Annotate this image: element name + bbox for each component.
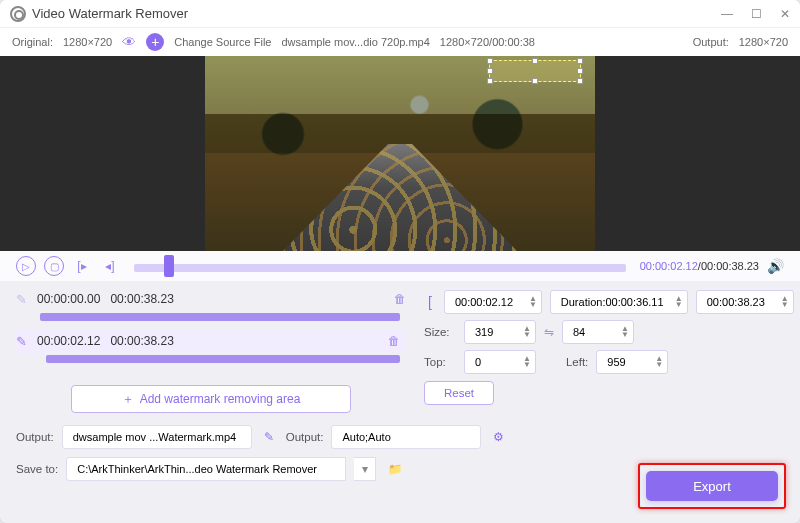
range-end-field[interactable]: ▲▼ [696,290,794,314]
save-path-dropdown[interactable]: ▾ [354,457,376,481]
player-controls: ▷ ▢ [▸ ◂] 00:00:02.12/00:00:38.23 🔊 [0,251,800,281]
output-format-label: Output: [286,431,324,443]
delete-segment-icon[interactable]: 🗑 [388,334,400,348]
range-start-bracket-icon[interactable]: [ [424,294,436,310]
add-watermark-area-button[interactable]: ＋ Add watermark removing area [71,385,351,413]
reset-button[interactable]: Reset [424,381,494,405]
source-filename: dwsample mov...dio 720p.mp4 [281,36,429,48]
width-field[interactable]: ▲▼ [464,320,536,344]
output-filename-field[interactable] [62,425,252,449]
parameters-panel: [ ▲▼ ▲▼ ▲▼ ] Size: ▲▼ ⇋ ▲▼ Top: ▲▼ Left:… [424,287,784,419]
title-bar: Video Watermark Remover — ☐ ✕ [0,0,800,28]
add-area-label: Add watermark removing area [140,392,301,406]
height-field[interactable]: ▲▼ [562,320,634,344]
top-field[interactable]: ▲▼ [464,350,536,374]
time-current: 00:00:02.12 [640,260,698,272]
segment-end: 00:00:38.23 [110,334,173,348]
range-start-field[interactable]: ▲▼ [444,290,542,314]
export-button[interactable]: Export [646,471,778,501]
segment-end: 00:00:38.23 [110,292,173,306]
set-start-button[interactable]: [▸ [72,256,92,276]
segments-list: ✎ 00:00:00.00 00:00:38.23 🗑 ✎ 00:00:02.1… [16,287,406,419]
segment-start: 00:00:00.00 [37,292,100,306]
output-filename-label: Output: [16,431,54,443]
aspect-lock-icon[interactable]: ⇋ [544,325,554,339]
video-preview[interactable] [0,56,800,251]
edit-filename-icon[interactable]: ✎ [260,430,278,444]
app-title: Video Watermark Remover [32,6,721,21]
time-total: 00:00:38.23 [701,260,759,272]
delete-segment-icon[interactable]: 🗑 [394,292,406,306]
video-frame[interactable] [205,56,595,251]
left-field[interactable]: ▲▼ [596,350,668,374]
original-label: Original: [12,36,53,48]
size-label: Size: [424,326,456,338]
preview-toggle-icon[interactable]: 👁 [122,34,136,50]
save-path-field[interactable] [66,457,346,481]
timeline-slider[interactable] [134,258,626,274]
output-settings-icon[interactable]: ⚙ [489,430,508,444]
output-resolution: 1280×720 [739,36,788,48]
export-highlight: Export [638,463,786,509]
segment-icon: ✎ [16,292,27,307]
watermark-selection-box[interactable] [489,60,581,82]
maximize-button[interactable]: ☐ [751,7,762,21]
original-resolution: 1280×720 [63,36,112,48]
output-res-label: Output: [693,36,729,48]
open-folder-icon[interactable]: 📁 [384,462,406,476]
play-button[interactable]: ▷ [16,256,36,276]
segment-start: 00:00:02.12 [37,334,100,348]
segment-icon: ✎ [16,334,27,349]
segment-row[interactable]: ✎ 00:00:02.12 00:00:38.23 🗑 [16,329,406,353]
left-label: Left: [566,356,588,368]
plus-icon: ＋ [122,391,134,408]
change-source-label[interactable]: Change Source File [174,36,271,48]
add-source-button[interactable]: + [146,33,164,51]
close-button[interactable]: ✕ [780,7,790,21]
range-duration-field[interactable]: ▲▼ [550,290,688,314]
info-bar: Original: 1280×720 👁 + Change Source Fil… [0,28,800,56]
source-meta: 1280×720/00:00:38 [440,36,535,48]
volume-icon[interactable]: 🔊 [767,258,784,274]
top-label: Top: [424,356,456,368]
stop-button[interactable]: ▢ [44,256,64,276]
time-display: 00:00:02.12/00:00:38.23 [640,260,759,272]
app-logo-icon [10,6,26,22]
segment-bar[interactable] [40,313,400,321]
minimize-button[interactable]: — [721,7,733,21]
output-format-field[interactable] [331,425,481,449]
segment-row[interactable]: ✎ 00:00:00.00 00:00:38.23 🗑 [16,287,406,311]
save-to-label: Save to: [16,463,58,475]
set-end-button[interactable]: ◂] [100,256,120,276]
segment-bar[interactable] [46,355,400,363]
